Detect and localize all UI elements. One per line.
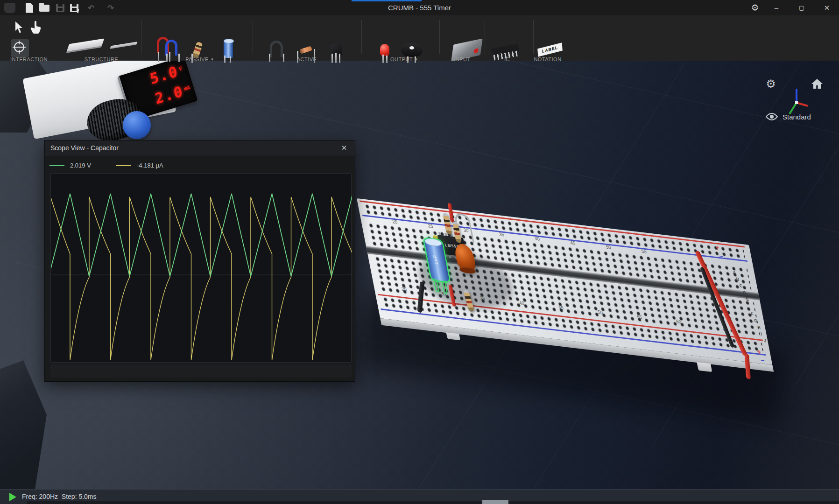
rod-component[interactable] — [108, 40, 139, 51]
section-label-structure: STRUCTURE — [69, 56, 134, 62]
column-number: 35 — [495, 231, 508, 238]
taskbar-edge-strip — [27, 501, 839, 504]
row-letter: H — [757, 325, 761, 330]
step-value: Step: 5.0ms — [62, 493, 97, 500]
play-simulation-button[interactable] — [9, 493, 16, 501]
breadboard-component[interactable] — [64, 38, 106, 52]
column-number: 55 — [638, 248, 650, 255]
scope-plot-area[interactable] — [50, 173, 352, 363]
viewport-settings-gear-icon[interactable]: ⚙ — [764, 77, 777, 91]
view-mode-label[interactable]: Standard — [783, 113, 811, 121]
title-bar[interactable]: ↶ ↷ CRUMB - 555 Timer ⚙ – ▢ ✕ — [0, 0, 839, 15]
dropdown-arrow-icon: ▼ — [415, 57, 418, 62]
column-number: 25 — [424, 223, 437, 230]
scope-window-header[interactable]: Scope View - Capacitor ✕ — [45, 140, 355, 155]
scope-close-icon[interactable]: ✕ — [337, 140, 351, 155]
row-letter: G — [754, 318, 758, 323]
capacitor-value-label: 1uF — [432, 254, 439, 265]
component-toolbar: INTERACTION STRUCTURE PASSIVE ▼ — [0, 15, 839, 61]
axis-x-red — [797, 103, 808, 106]
section-label-interaction: INTERACTION — [0, 56, 62, 62]
crosshair-icon — [14, 42, 24, 52]
scope-window-title: Scope View - Capacitor — [50, 140, 119, 155]
section-label-active: ACTIVE — [274, 56, 339, 62]
frequency-value: Freq: 200Hz — [22, 493, 58, 500]
toolbar-separator — [141, 20, 141, 54]
voltage-value: 2.019 V — [70, 162, 91, 169]
select-cursor-tool[interactable] — [12, 20, 26, 35]
label-notation-component[interactable]: LABEL — [535, 42, 565, 57]
power-supply-blue-cap[interactable] — [123, 111, 151, 139]
current-value: -4.181 µA — [137, 162, 163, 169]
current-trace-swatch — [116, 165, 131, 166]
toolbar-separator — [59, 20, 59, 54]
legend-voltage: 2.019 V — [49, 162, 110, 169]
waveform-chart — [51, 174, 352, 363]
row-letter: J — [763, 338, 767, 343]
toolbar-separator — [361, 20, 362, 54]
hand-drag-tool[interactable] — [28, 19, 44, 35]
dropdown-arrow-icon: ▼ — [210, 57, 214, 62]
row-letter: I — [760, 331, 762, 336]
scope-window: Scope View - Capacitor ✕ 2.019 V -4.181 … — [44, 140, 355, 382]
eye-icon[interactable] — [766, 112, 778, 121]
taskbar-pill[interactable] — [482, 500, 508, 504]
close-button[interactable]: ✕ — [816, 0, 838, 15]
voltage-trace — [51, 194, 352, 276]
crumb-app-window: ↶ ↷ CRUMB - 555 Timer ⚙ – ▢ ✕ INTERACTIO… — [0, 0, 839, 504]
toolbar-separator — [533, 20, 534, 54]
maximize-button[interactable]: ▢ — [791, 0, 812, 15]
legend-current: -4.181 µA — [116, 162, 186, 169]
column-number: 45 — [566, 239, 579, 246]
settings-gear-icon[interactable]: ⚙ — [744, 0, 766, 15]
axis-gizmo[interactable] — [785, 87, 809, 116]
minimize-button[interactable]: – — [766, 0, 787, 15]
section-label-notation: NOTATION — [515, 56, 580, 62]
toolbar-separator — [485, 20, 485, 54]
voltage-trace-swatch — [49, 165, 64, 166]
section-label-output[interactable]: OUTPUT ▼ — [372, 56, 437, 62]
column-number: 20 — [388, 218, 401, 225]
axis-origin — [795, 101, 798, 104]
scope-footer-strip — [50, 364, 352, 378]
current-trace — [51, 197, 352, 360]
column-number: 50 — [602, 244, 615, 251]
interact-probe-tool-selected[interactable] — [11, 39, 29, 57]
toolbar-separator — [439, 20, 440, 54]
section-label-passive[interactable]: PASSIVE ▼ — [167, 56, 233, 62]
column-number: 40 — [531, 235, 543, 242]
window-title: CRUMB - 555 Timer — [0, 0, 839, 15]
home-view-icon[interactable] — [811, 77, 824, 91]
toolbar-separator — [253, 20, 253, 54]
axis-y-green — [790, 103, 797, 114]
